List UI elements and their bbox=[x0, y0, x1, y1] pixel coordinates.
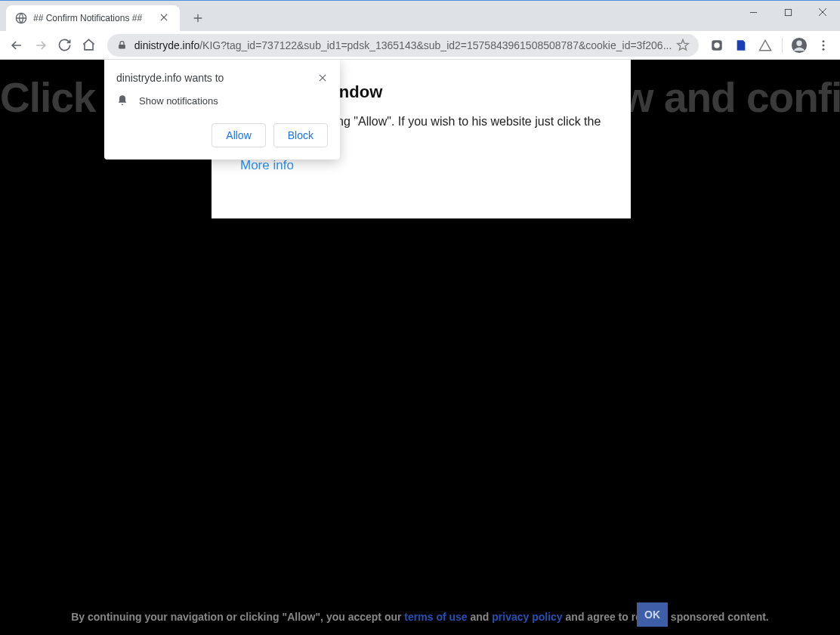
svg-rect-1 bbox=[785, 9, 791, 15]
back-button[interactable] bbox=[6, 34, 27, 57]
maximize-button[interactable] bbox=[771, 1, 805, 23]
close-icon[interactable] bbox=[317, 73, 328, 83]
svg-point-9 bbox=[823, 48, 825, 50]
terms-link[interactable]: terms of use bbox=[404, 611, 467, 623]
ok-button[interactable]: OK bbox=[637, 602, 668, 627]
svg-point-6 bbox=[796, 40, 801, 45]
profile-button[interactable] bbox=[789, 34, 810, 57]
more-info-link[interactable]: More info bbox=[240, 158, 294, 173]
home-button[interactable] bbox=[79, 34, 100, 57]
allow-button[interactable]: Allow bbox=[212, 123, 265, 147]
extension-1-icon[interactable] bbox=[706, 34, 727, 57]
extension-3-icon[interactable] bbox=[755, 34, 776, 57]
page-content: Click "Allow" to close this window and c… bbox=[0, 60, 840, 635]
minimize-button[interactable] bbox=[736, 1, 771, 23]
svg-rect-2 bbox=[119, 44, 125, 48]
chrome-menu-button[interactable] bbox=[813, 34, 834, 57]
globe-icon bbox=[15, 12, 27, 24]
address-bar[interactable]: dinistryde.info/KIG?tag_id=737122&sub_id… bbox=[107, 34, 699, 57]
tab-title: ## Confirm Notifications ## bbox=[33, 13, 159, 23]
browser-tab[interactable]: ## Confirm Notifications ## bbox=[6, 5, 180, 31]
window-close-button[interactable] bbox=[805, 1, 840, 23]
footer-and: and bbox=[468, 611, 493, 623]
forward-button[interactable] bbox=[30, 34, 51, 57]
permission-request-text: Show notifications bbox=[139, 95, 218, 107]
footer-text: By continuing your navigation or clickin… bbox=[0, 609, 840, 625]
block-button[interactable]: Block bbox=[273, 123, 328, 147]
svg-point-4 bbox=[715, 42, 721, 48]
permission-origin: dinistryde.info wants to bbox=[116, 72, 224, 84]
new-tab-button[interactable] bbox=[187, 8, 208, 29]
toolbar-separator bbox=[782, 38, 783, 53]
reload-button[interactable] bbox=[54, 34, 76, 57]
window-controls bbox=[736, 1, 840, 23]
extension-2-icon[interactable] bbox=[730, 34, 752, 57]
bell-icon bbox=[116, 94, 128, 107]
footer-pre: By continuing your navigation or clickin… bbox=[71, 611, 404, 623]
svg-point-7 bbox=[823, 40, 825, 42]
svg-point-8 bbox=[823, 44, 825, 46]
bookmark-star-icon[interactable] bbox=[676, 39, 690, 52]
browser-toolbar: dinistryde.info/KIG?tag_id=737122&sub_id… bbox=[0, 31, 840, 60]
url-text: dinistryde.info/KIG?tag_id=737122&sub_id… bbox=[134, 39, 672, 51]
privacy-link[interactable]: privacy policy bbox=[492, 611, 562, 623]
lock-icon bbox=[116, 39, 128, 51]
close-tab-icon[interactable] bbox=[159, 12, 171, 24]
url-path: /KIG?tag_id=737122&sub_id1=pdsk_1365143&… bbox=[199, 39, 672, 51]
url-host: dinistryde.info bbox=[134, 39, 199, 51]
titlebar: ## Confirm Notifications ## bbox=[0, 1, 840, 31]
permission-popup: dinistryde.info wants to Show notificati… bbox=[104, 60, 340, 160]
